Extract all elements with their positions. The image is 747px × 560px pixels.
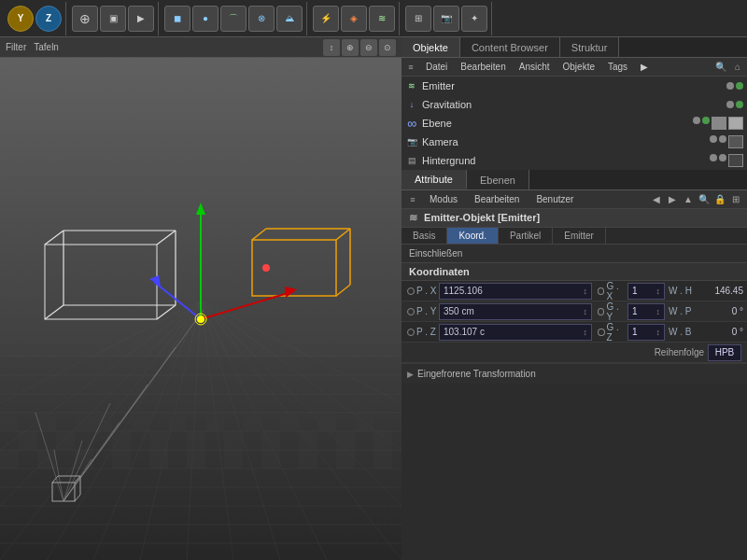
effector-tool[interactable]: ◈ bbox=[341, 6, 367, 32]
datei-menu[interactable]: Datei bbox=[420, 61, 453, 73]
svg-rect-46 bbox=[299, 431, 317, 450]
svg-rect-34 bbox=[131, 413, 149, 431]
obj-hintergrund[interactable]: ▤ Hintergrund bbox=[402, 151, 747, 170]
bearbeiten-attr-menu[interactable]: Bearbeiten bbox=[467, 193, 527, 205]
object-title: ≋ Emitter-Objekt [Emitter] bbox=[402, 209, 747, 228]
pz-field[interactable]: 103.107 c ↕ bbox=[439, 324, 592, 341]
gz-radio[interactable] bbox=[598, 329, 605, 336]
emitter-icon: ≋ bbox=[405, 79, 418, 92]
deformer-tool[interactable]: ⚡ bbox=[313, 6, 339, 32]
gx-field[interactable]: 1 ↕ bbox=[627, 283, 665, 300]
play-tool[interactable]: ▶ bbox=[128, 6, 154, 32]
tab-objekte[interactable]: Objekte bbox=[402, 37, 460, 57]
einschliessen-row[interactable]: Einschließen bbox=[402, 245, 747, 263]
dot1 bbox=[710, 135, 717, 143]
home-icon[interactable]: ⌂ bbox=[730, 60, 745, 75]
sphere-tool[interactable]: ● bbox=[192, 6, 218, 32]
svg-rect-43 bbox=[187, 431, 205, 450]
tags-menu[interactable]: Tags bbox=[602, 61, 633, 73]
obj-emitter[interactable]: ≋ Emitter bbox=[402, 77, 747, 95]
sub-tab-koord[interactable]: Koord. bbox=[447, 228, 498, 244]
nav-icon-3[interactable]: ⊖ bbox=[360, 39, 377, 56]
landscape-tool[interactable]: ⛰ bbox=[276, 6, 303, 32]
frame-tool[interactable]: ▣ bbox=[100, 6, 126, 32]
object-title-text: Emitter-Objekt [Emitter] bbox=[424, 212, 540, 223]
y-button[interactable]: Y bbox=[7, 6, 34, 32]
tafeln-menu[interactable]: Tafeln bbox=[34, 42, 59, 52]
arrow-up-icon[interactable]: ▲ bbox=[681, 192, 696, 207]
torus-tool[interactable]: ⊗ bbox=[248, 6, 275, 32]
koord-row-1: P . X 1125.106 ↕ G . X 1 ↕ bbox=[402, 281, 747, 301]
kamera-dots bbox=[710, 135, 743, 148]
koord-row-3: P . Z 103.107 c ↕ G . Z 1 ↕ bbox=[402, 322, 747, 343]
svg-rect-48 bbox=[374, 431, 392, 450]
px-field[interactable]: 1125.106 ↕ bbox=[439, 283, 592, 300]
filter-menu[interactable]: Filter bbox=[6, 42, 26, 52]
search2-icon[interactable]: 🔍 bbox=[697, 192, 712, 207]
gz-field[interactable]: 1 ↕ bbox=[627, 324, 665, 341]
expand-icon[interactable]: ⊞ bbox=[728, 192, 743, 207]
tab-ebenen[interactable]: Ebenen bbox=[467, 170, 529, 189]
hintergrund-icon: ▤ bbox=[405, 154, 418, 167]
ebene-name: Ebene bbox=[422, 118, 689, 129]
sub-tab-emitter[interactable]: Emitter bbox=[553, 228, 606, 244]
deformer-tools: ⚡ ◈ ≋ bbox=[309, 2, 400, 35]
wh-value[interactable]: 146.45 bbox=[700, 286, 747, 296]
nav-icon-2[interactable]: ⊕ bbox=[342, 39, 359, 56]
py-field[interactable]: 350 cm ↕ bbox=[439, 303, 592, 320]
modus-menu[interactable]: Modus bbox=[422, 193, 465, 205]
reihenfolge-value[interactable]: HPB bbox=[708, 344, 741, 361]
top-toolbar: Y Z ⊕ ▣ ▶ ◼ ● ⌒ ⊗ ⛰ ⚡ ◈ ≋ ⊞ 📷 ✦ bbox=[0, 0, 747, 37]
cube-tool[interactable]: ◼ bbox=[164, 6, 190, 32]
svg-rect-59 bbox=[374, 450, 392, 469]
viewport[interactable]: Filter Tafeln ↕ ⊕ ⊖ ⊙ bbox=[0, 37, 402, 560]
search-icon[interactable]: 🔍 bbox=[713, 60, 728, 75]
move-tool[interactable]: ⊕ bbox=[72, 6, 98, 32]
gz-label-text: G . Z bbox=[607, 322, 626, 343]
tab-attribute[interactable]: Attribute bbox=[402, 170, 467, 189]
px-radio[interactable] bbox=[407, 287, 415, 295]
svg-rect-38 bbox=[280, 413, 299, 431]
z-button[interactable]: Z bbox=[35, 6, 62, 32]
wp-label-text: W . P bbox=[669, 306, 691, 316]
wb-value[interactable]: 0 ° bbox=[700, 327, 747, 337]
obj-ebene[interactable]: ∞ Ebene bbox=[402, 114, 747, 133]
dot2 bbox=[736, 82, 743, 90]
tab-content-browser[interactable]: Content Browser bbox=[460, 37, 560, 57]
wp-value[interactable]: 0 ° bbox=[700, 306, 747, 316]
emitter-tool[interactable]: ≋ bbox=[369, 6, 395, 32]
dot1 bbox=[726, 82, 734, 90]
wh-label: W . H bbox=[667, 286, 700, 296]
gy-radio[interactable] bbox=[598, 308, 604, 315]
bezier-tool[interactable]: ⌒ bbox=[220, 6, 247, 32]
pz-radio[interactable] bbox=[407, 329, 415, 336]
sub-tab-basis[interactable]: Basis bbox=[402, 228, 447, 244]
frozen-transform-row[interactable]: ▶ Eingefrorene Transformation bbox=[402, 363, 747, 384]
obj-gravitation[interactable]: ↓ Gravitation bbox=[402, 95, 747, 114]
viewport-canvas[interactable] bbox=[0, 58, 402, 560]
scene-tool[interactable]: ⊞ bbox=[405, 6, 431, 32]
light-tool[interactable]: ✦ bbox=[461, 6, 487, 32]
py-radio[interactable] bbox=[407, 308, 415, 315]
gx-radio[interactable] bbox=[598, 287, 604, 295]
benutzer-menu[interactable]: Benutzer bbox=[529, 193, 581, 205]
lock-icon[interactable]: 🔒 bbox=[712, 192, 727, 207]
arrow-right-icon[interactable]: ▶ bbox=[665, 192, 680, 207]
ansicht-menu[interactable]: Ansicht bbox=[514, 61, 556, 73]
gy-field[interactable]: 1 ↕ bbox=[627, 303, 665, 320]
objekte-menu[interactable]: Objekte bbox=[557, 61, 600, 73]
more-menu[interactable]: ▶ bbox=[635, 61, 654, 73]
emitter-name: Emitter bbox=[422, 80, 723, 91]
svg-rect-55 bbox=[224, 450, 243, 469]
top-tab-bar: Objekte Content Browser Struktur bbox=[402, 37, 747, 58]
py-label-text: P . Y bbox=[416, 306, 436, 316]
bearbeiten-menu[interactable]: Bearbeiten bbox=[455, 61, 511, 73]
arrow-left-icon[interactable]: ◀ bbox=[649, 192, 664, 207]
sub-tab-partikel[interactable]: Partikel bbox=[499, 228, 553, 244]
tab-struktur[interactable]: Struktur bbox=[560, 37, 620, 57]
obj-kamera[interactable]: 📷 Kamera bbox=[402, 133, 747, 151]
nav-icon-4[interactable]: ⊙ bbox=[379, 39, 396, 56]
camera-tool[interactable]: 📷 bbox=[433, 6, 459, 32]
nav-icon-1[interactable]: ↕ bbox=[323, 39, 340, 56]
frozen-label: Eingefrorene Transformation bbox=[417, 369, 536, 379]
